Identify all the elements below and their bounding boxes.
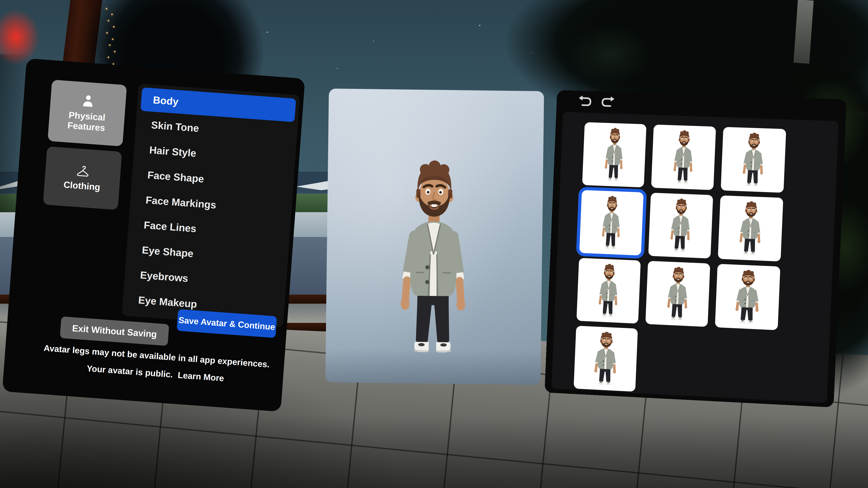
star [373,41,374,42]
star [267,32,268,33]
avatar-thumbnail [662,265,693,322]
avatar-preview-mirror [325,89,544,385]
avatar-thumbnail [735,200,767,257]
learn-more-link[interactable]: Learn More [178,370,224,383]
string-light [107,20,109,22]
body-type-option[interactable] [645,261,710,327]
body-type-option[interactable] [579,190,644,256]
string-light [113,26,115,28]
string-light [112,38,114,40]
tab-label: Physical Features [49,108,125,134]
avatar-editor-screen: Physical Features Clothing BodySkin Tone… [0,0,868,488]
avatar-thumbnail [669,129,698,186]
string-light [107,57,109,58]
tab-label: Clothing [63,180,101,193]
star [337,68,338,69]
tab-clothing[interactable]: Clothing [43,147,122,210]
avatar-thumbnail [738,131,769,188]
mirror-shading [325,348,541,385]
floor-shadow [0,416,868,488]
person-icon [81,94,96,108]
body-type-option[interactable] [574,326,638,392]
body-type-grid [574,122,786,399]
string-light [109,44,111,46]
avatar-thumbnail [666,197,696,254]
body-type-option[interactable] [648,193,713,258]
redo-button[interactable] [599,94,617,108]
body-type-option[interactable] [651,125,716,190]
body-type-option[interactable] [721,127,786,193]
string-light [106,8,107,9]
body-type-option[interactable] [577,258,641,324]
string-light [111,13,113,15]
string-light [114,51,116,53]
avatar-thumbnail [589,330,622,387]
menu-list: BodySkin ToneHair StyleFace ShapeFace Ma… [122,84,300,328]
avatar-figure [386,156,481,360]
avatar-thumbnail [594,262,623,319]
body-type-grid-container [552,112,839,403]
string-light [106,32,108,34]
exit-without-saving-button[interactable]: Exit Without Saving [60,316,169,346]
hanger-icon [76,165,90,178]
body-type-panel [545,90,846,408]
avatar-thumbnail [600,126,628,183]
avatar-thumbnail [597,194,625,251]
star [479,25,480,26]
customization-panel: Physical Features Clothing BodySkin Tone… [2,58,305,412]
foliage [554,13,667,95]
body-type-option[interactable] [718,195,783,262]
avatar-public-text: Your avatar is public. [86,363,173,380]
tab-physical-features[interactable]: Physical Features [48,79,127,147]
body-type-option[interactable] [582,122,647,188]
body-type-option[interactable] [715,264,780,330]
avatar-thumbnail [730,268,765,326]
undo-button[interactable] [577,94,594,107]
